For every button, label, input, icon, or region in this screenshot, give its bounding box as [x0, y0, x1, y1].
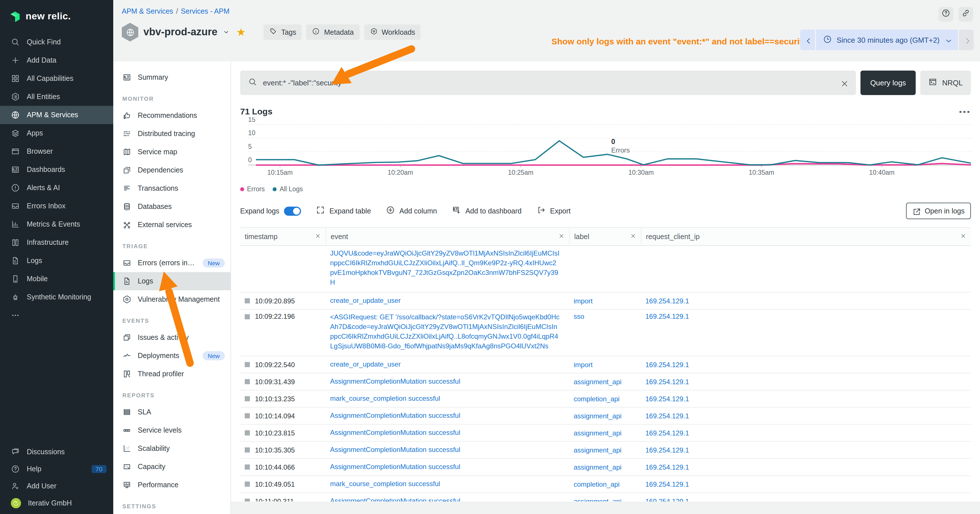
legend-errors[interactable]: Errors: [240, 186, 265, 193]
sidebar-item-add-data[interactable]: Add Data: [0, 51, 113, 70]
service-nav-sla[interactable]: SLA: [113, 403, 231, 421]
table-row[interactable]: 10:10:13.235mark_course_completion succe…: [240, 390, 971, 407]
sidebar-item-discussions[interactable]: Discussions: [0, 443, 113, 460]
more-options-icon[interactable]: •••: [959, 107, 971, 116]
row-marker-icon[interactable]: [245, 314, 250, 319]
column-header-event[interactable]: event: [326, 228, 569, 245]
service-nav-summary[interactable]: Summary: [113, 68, 231, 86]
service-nav-recommendations[interactable]: Recommendations: [113, 107, 231, 125]
row-marker-icon[interactable]: [245, 362, 250, 367]
table-row[interactable]: 10:10:44.066AssignmentCompletionMutation…: [240, 459, 971, 476]
column-header-label[interactable]: label: [569, 228, 641, 245]
remove-column-icon[interactable]: [558, 232, 565, 240]
favorite-star-icon[interactable]: ★: [236, 27, 246, 38]
help-button[interactable]: [939, 7, 953, 22]
sidebar-item-quick-find[interactable]: Quick Find: [0, 33, 113, 51]
service-nav-thread-profiler[interactable]: Thread profiler: [113, 365, 231, 383]
metadata-button[interactable]: Metadata: [307, 24, 360, 40]
sidebar-item-alerts-ai[interactable]: Alerts & AI: [0, 179, 113, 197]
copy-link-button[interactable]: [958, 7, 973, 22]
legend-all-logs[interactable]: All Logs: [273, 186, 303, 193]
sidebar-item-mobile[interactable]: Mobile: [0, 270, 113, 288]
table-row[interactable]: JUQVU&code=eyJraWQiOiJjcGltY29yZV8wOTl1M…: [240, 246, 971, 293]
row-marker-icon[interactable]: [245, 379, 250, 384]
sidebar-item-add-user[interactable]: Add User: [0, 477, 113, 495]
table-row[interactable]: 10:10:23.815AssignmentCompletionMutation…: [240, 425, 971, 442]
sidebar-item-help[interactable]: Help70: [0, 460, 113, 477]
service-nav-logs[interactable]: Logs: [113, 272, 231, 290]
new-relic-logo[interactable]: new relic.: [0, 0, 113, 33]
service-nav-external-services[interactable]: External services: [113, 216, 231, 234]
query-logs-button[interactable]: Query logs: [861, 71, 916, 95]
time-range-button[interactable]: Since 30 minutes ago (GMT+2): [815, 30, 958, 50]
row-marker-icon[interactable]: [245, 430, 250, 436]
service-nav-service-levels[interactable]: Service levels: [113, 421, 231, 439]
sidebar-item-all-entities[interactable]: All Entities: [0, 88, 113, 106]
sidebar-item-browser[interactable]: Browser: [0, 142, 113, 161]
row-marker-icon[interactable]: [245, 413, 250, 419]
time-back-button[interactable]: [800, 30, 815, 50]
row-marker-icon[interactable]: [245, 396, 250, 401]
row-marker-icon[interactable]: [245, 465, 250, 469]
table-row[interactable]: 10:09:31.439AssignmentCompletionMutation…: [240, 373, 971, 390]
service-nav-distributed-tracing[interactable]: Distributed tracing: [113, 125, 231, 143]
entity-chevron-down-icon[interactable]: [223, 29, 230, 36]
service-nav-performance[interactable]: Performance: [113, 476, 231, 494]
sidebar-item-apm-services[interactable]: APM & Services: [0, 106, 113, 124]
nrql-button[interactable]: NRQL: [920, 71, 971, 95]
browser-icon: [11, 147, 20, 156]
service-nav-service-map[interactable]: Service map: [113, 143, 231, 161]
service-nav-errors-errors-inb[interactable]: Errors (errors inb...New: [113, 254, 231, 272]
xicon-icon: [840, 79, 849, 88]
column-header-request-client-ip[interactable]: request_client_ip: [641, 228, 971, 245]
sidebar-item-all-capabilities[interactable]: All Capabilities: [0, 70, 113, 88]
remove-column-icon[interactable]: [630, 232, 636, 240]
row-marker-icon[interactable]: [245, 482, 250, 487]
table-row[interactable]: 10:10:14.094AssignmentCompletionMutation…: [240, 407, 971, 425]
service-nav-dependencies[interactable]: Dependencies: [113, 161, 231, 179]
service-nav-capacity[interactable]: Capacity: [113, 458, 231, 476]
remove-column-icon[interactable]: [315, 232, 321, 240]
add-to-dashboard-button[interactable]: Add to dashboard: [452, 205, 522, 216]
expand-table-button[interactable]: Expand table: [316, 205, 371, 216]
entity-name: vbv-prod-azure: [143, 26, 217, 38]
remove-column-icon[interactable]: [960, 232, 966, 240]
service-nav-deployments[interactable]: DeploymentsNew: [113, 347, 231, 365]
logs-search-input[interactable]: event:* -"label":"security": [240, 71, 856, 95]
breadcrumb-apm-services[interactable]: APM & Services: [122, 7, 173, 15]
table-row[interactable]: 10:10:49.051mark_course_completion succe…: [240, 476, 971, 493]
service-nav-issues-activity[interactable]: Issues & activity: [113, 328, 231, 347]
sidebar-item-dashboards[interactable]: Dashboards: [0, 161, 113, 179]
clear-search-icon[interactable]: [840, 79, 848, 87]
sidebar-item-iterativ-gmbh[interactable]: Iterativ GmbH: [0, 495, 113, 512]
column-header-timestamp[interactable]: timestamp: [240, 228, 326, 245]
row-marker-icon[interactable]: [245, 298, 250, 303]
breadcrumb-services-apm[interactable]: Services - APM: [181, 7, 230, 15]
sidebar-item-metrics-events[interactable]: Metrics & Events: [0, 215, 113, 233]
row-marker-icon[interactable]: [245, 447, 250, 452]
table-row[interactable]: 10:09:22.196<ASGIRequest: GET '/sso/call…: [240, 310, 971, 356]
export-button[interactable]: Export: [536, 205, 571, 216]
sidebar-item-apps[interactable]: Apps: [0, 124, 113, 142]
service-nav-vulnerability-management[interactable]: Vulnerability Management: [113, 290, 231, 309]
tags-button[interactable]: Tags: [264, 24, 302, 40]
workloads-button[interactable]: Workloads: [364, 24, 421, 40]
sidebar-item-errors-inbox[interactable]: Errors Inbox: [0, 197, 113, 215]
toggle-on-icon[interactable]: [284, 206, 301, 215]
service-nav-scalability[interactable]: Scalability: [113, 439, 231, 458]
expand-logs-toggle[interactable]: Expand logs: [240, 206, 301, 215]
open-in-logs-button[interactable]: Open in logs: [906, 203, 971, 219]
time-forward-button[interactable]: [958, 30, 974, 50]
sidebar-item-infrastructure[interactable]: Infrastructure: [0, 233, 113, 251]
infoc-icon: [312, 27, 320, 35]
service-nav-databases[interactable]: Databases: [113, 197, 231, 216]
table-row[interactable]: 10:10:35.305AssignmentCompletionMutation…: [240, 442, 971, 459]
table-row[interactable]: 10:09:20.895create_or_update_userimport1…: [240, 293, 971, 310]
sidebar-item-logs[interactable]: Logs: [0, 251, 113, 270]
sidebar-item-synthetic-monitoring[interactable]: Synthetic Monitoring: [0, 288, 113, 306]
sidebar-item-more[interactable]: [0, 306, 113, 325]
table-row[interactable]: 10:09:22.540create_or_update_userimport1…: [240, 356, 971, 373]
event-cell: JUQVU&code=eyJraWQiOiJjcGltY29yZV8wOTl1M…: [326, 249, 569, 288]
add-column-button[interactable]: Add column: [386, 205, 437, 216]
service-nav-transactions[interactable]: Transactions: [113, 179, 231, 197]
